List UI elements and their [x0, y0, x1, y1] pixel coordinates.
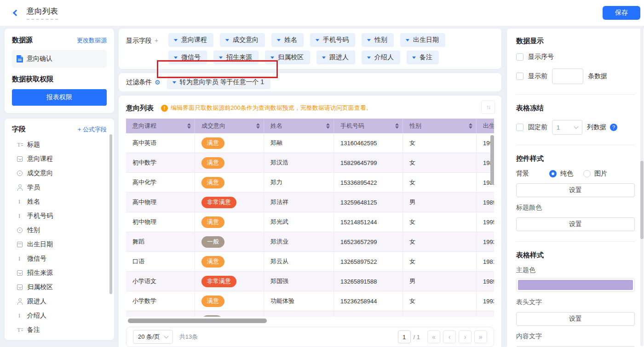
back-icon[interactable] [13, 10, 19, 16]
sort-arrows-icon[interactable] [326, 123, 330, 129]
table-row[interactable]: 口语 满意 郑云从 13265897522 女 1981-06 [126, 252, 494, 272]
table-row[interactable]: 初中数学 满意 郑汉浩 15829645799 女 1981-06 [126, 153, 494, 173]
header-text-set-button[interactable]: 设置 [516, 312, 635, 326]
solid-color-radio-group[interactable]: 纯色 [549, 170, 573, 178]
add-formula-field-link[interactable]: + 公式字段 [78, 125, 107, 134]
table-row-partial [126, 311, 494, 317]
show-first-count-input[interactable] [552, 68, 583, 84]
table-vertical-scrollbar[interactable] [490, 135, 494, 185]
display-field-chip[interactable]: 跟进人 [316, 51, 355, 64]
last-page-button[interactable] [474, 330, 487, 343]
prev-page-button[interactable] [443, 330, 456, 343]
field-item[interactable]: 跟进人 [12, 294, 107, 308]
field-item[interactable]: 备注 [12, 323, 107, 337]
page-scrollbar[interactable] [640, 161, 644, 239]
cell-name: 功能体验 [264, 291, 334, 311]
help-icon[interactable]: ? [610, 124, 617, 131]
cell-phone: 15336895422 [334, 173, 403, 192]
table-row[interactable]: 小学数学 满意 功能体验 15236258944 女 1993-08 [126, 291, 494, 311]
field-item[interactable]: 已报名交费 [12, 337, 107, 340]
next-page-button[interactable] [459, 330, 472, 343]
freeze-checkbox[interactable] [516, 124, 523, 131]
display-field-chip[interactable]: 归属校区 [265, 51, 310, 64]
field-type-icon [17, 327, 23, 333]
cell-course: 舞蹈 [126, 232, 195, 251]
table-row[interactable]: 高中化学 满意 郑力 15336895422 女 1981-06 [126, 173, 494, 193]
field-item[interactable]: 手机号码 [12, 209, 107, 223]
show-index-checkbox[interactable] [516, 53, 523, 61]
chevron-down-icon [164, 334, 168, 339]
display-field-chip[interactable]: 意向课程 [168, 33, 213, 47]
column-header[interactable]: 性别 [403, 119, 477, 133]
display-field-chip[interactable]: 性别 [362, 33, 394, 47]
sort-arrows-icon[interactable] [187, 123, 191, 129]
chip-label: 归属校区 [278, 53, 304, 62]
image-radio-group[interactable]: 图片 [583, 170, 607, 178]
display-field-chip[interactable]: 介绍人 [362, 51, 400, 64]
sort-arrows-icon[interactable] [395, 123, 399, 129]
chip-label: 出生日期 [413, 36, 439, 44]
sort-arrows-icon[interactable] [469, 123, 472, 129]
field-item[interactable]: 介绍人 [12, 308, 107, 323]
table-horizontal-scrollbar[interactable] [128, 319, 267, 323]
field-item[interactable]: 姓名 [12, 194, 107, 209]
column-header[interactable]: 出生日期 [477, 119, 494, 133]
field-type-icon [17, 298, 23, 305]
intent-badge: 满意 [201, 157, 224, 169]
field-item[interactable]: 标题 [12, 137, 107, 152]
save-button[interactable]: 保存 [603, 6, 640, 20]
add-display-field-button[interactable]: + [155, 37, 158, 44]
cell-course: 口语 [126, 252, 195, 271]
fields-scrollbar[interactable] [109, 134, 112, 294]
filter-condition-chip[interactable]: 转为意向学员 等于任意一个 1 [167, 75, 271, 89]
field-item[interactable]: 招生来源 [12, 266, 107, 280]
display-field-chip[interactable]: 招生来源 [213, 51, 259, 64]
table-row[interactable]: 舞蹈 一般 郑洪业 16523657299 女 1993-08 [126, 232, 494, 252]
background-set-button[interactable]: 设置 [516, 183, 635, 197]
sort-arrows-icon[interactable] [256, 123, 260, 129]
table-row[interactable]: 初中物理 满意 郑光武 15214851244 女 1995-01 [126, 212, 494, 232]
cell-gender: 女 [403, 291, 477, 311]
display-field-chip[interactable]: 成交意向 [220, 33, 265, 47]
display-field-chip[interactable]: 出生日期 [400, 33, 445, 47]
column-header[interactable]: 意向课程 [126, 119, 195, 133]
table-row[interactable]: 高中物理 非常满意 郑法祥 13259648125 男 1989-11 [126, 193, 494, 212]
page-number-input[interactable]: 1 [398, 330, 411, 343]
display-field-chip[interactable]: 微信号 [168, 51, 207, 64]
title-color-set-button[interactable]: 设置 [516, 217, 635, 231]
divider [516, 145, 635, 145]
field-item[interactable]: 归属校区 [12, 280, 107, 294]
first-page-button[interactable] [427, 330, 440, 343]
image-radio[interactable] [583, 170, 591, 177]
datasource-title: 数据源 [12, 36, 33, 45]
datasource-item[interactable]: 意向确认 [12, 50, 107, 68]
page-size-select[interactable]: 20 条/页 [133, 330, 173, 344]
gear-icon[interactable]: ⚙ [155, 79, 161, 86]
change-datasource-link[interactable]: 更改数据源 [77, 36, 107, 45]
field-item[interactable]: 意向课程 [12, 152, 107, 166]
column-header[interactable]: 手机号码 [334, 119, 403, 133]
display-field-chip[interactable]: 手机号码 [310, 33, 355, 47]
freeze-count-select[interactable]: 1 [552, 120, 582, 135]
field-item[interactable]: 微信号 [12, 251, 107, 266]
divider [516, 241, 635, 242]
column-header[interactable]: 成交意向 [195, 119, 264, 133]
table-row[interactable]: 高中英语 满意 郑融 13160462595 女 1995-01 [126, 133, 494, 153]
column-header[interactable]: 姓名 [264, 119, 334, 133]
sort-toggle-button[interactable] [481, 100, 495, 114]
field-label: 出生日期 [27, 240, 53, 249]
field-item[interactable]: 性别 [12, 223, 107, 237]
field-type-icon [17, 170, 23, 176]
display-field-chip[interactable]: 姓名 [271, 33, 304, 47]
table-row[interactable]: 小学语文 非常满意 郑国强 13265891588 男 1989-11 [126, 272, 494, 291]
field-item[interactable]: 出生日期 [12, 237, 107, 251]
cell-intent: 满意 [195, 153, 264, 172]
display-field-chip[interactable]: 备注 [407, 51, 439, 64]
field-item[interactable]: 学员 [12, 180, 107, 194]
report-permission-button[interactable]: 报表权限 [12, 89, 107, 106]
show-first-checkbox[interactable] [516, 73, 523, 80]
field-label: 备注 [27, 326, 40, 334]
theme-color-picker[interactable] [516, 278, 635, 292]
field-item[interactable]: 成交意向 [12, 166, 107, 180]
solid-color-radio[interactable] [549, 170, 557, 177]
